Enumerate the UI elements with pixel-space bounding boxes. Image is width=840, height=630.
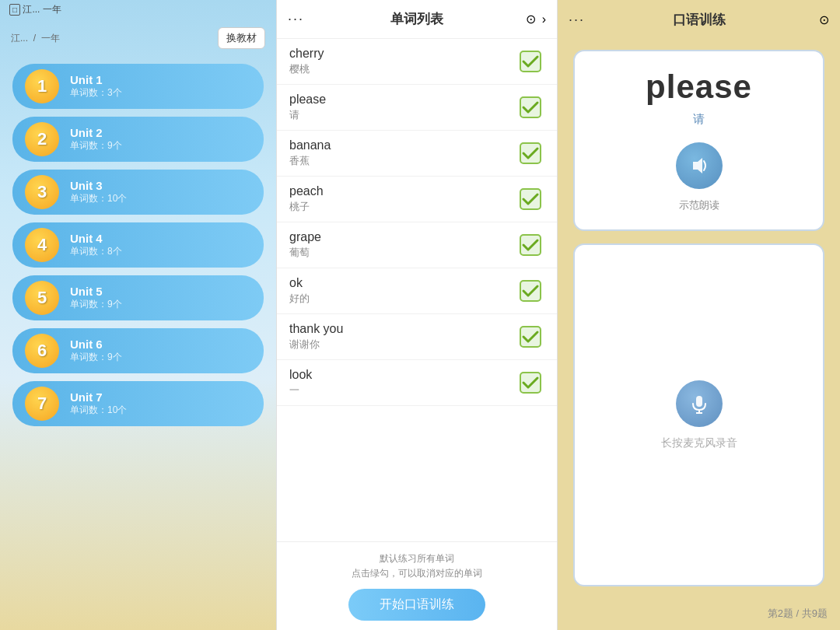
left-status-bar: □ 江... 一年 — [0, 0, 276, 19]
breadcrumb: 江... / 一年 — [11, 32, 60, 45]
unit-name-6: Unit 6 — [70, 338, 122, 351]
word-list: cherry 樱桃 please 请 banana 香蕉 — [277, 39, 557, 541]
word-zh-3: 桃子 — [289, 200, 516, 214]
svg-rect-9 — [696, 396, 702, 407]
word-zh-4: 葡萄 — [289, 246, 516, 260]
word-zh-2: 香蕉 — [289, 154, 516, 168]
check-icon-2[interactable] — [516, 139, 544, 167]
checkmark-4 — [519, 233, 542, 257]
unit-name-2: Unit 2 — [70, 126, 122, 139]
unit-item-3[interactable]: 3 Unit 3 单词数：10个 — [12, 170, 264, 215]
word-en-4: grape — [289, 230, 516, 244]
unit-count-5: 单词数：9个 — [70, 298, 122, 311]
right-header-dots: ··· — [569, 12, 585, 28]
word-zh-0: 樱桃 — [289, 62, 516, 76]
middle-header: ··· 单词列表 ⊙ › — [277, 0, 557, 39]
mic-button[interactable] — [676, 380, 723, 427]
checkmark-0 — [519, 50, 542, 73]
unit-badge-7: 7 — [25, 387, 59, 421]
middle-header-dots: ··· — [288, 11, 304, 27]
check-icon-0[interactable] — [516, 47, 544, 75]
word-row-7[interactable]: look 一 — [277, 360, 557, 406]
word-zh-7: 一 — [289, 383, 516, 397]
unit-item-1[interactable]: 1 Unit 1 单词数：3个 — [12, 64, 264, 109]
word-en-5: ok — [289, 276, 516, 290]
word-en-0: cherry — [289, 47, 516, 61]
mic-icon — [688, 393, 710, 415]
speaker-icon — [688, 155, 710, 177]
chevron-right-icon[interactable]: › — [542, 12, 546, 26]
svg-marker-8 — [693, 158, 702, 173]
checkmark-7 — [519, 371, 542, 394]
check-icon-3[interactable] — [516, 185, 544, 213]
word-en-3: peach — [289, 184, 516, 198]
unit-item-2[interactable]: 2 Unit 2 单词数：9个 — [12, 117, 264, 162]
carrier-text: □ 江... 一年 — [9, 3, 61, 16]
word-row-2[interactable]: banana 香蕉 — [277, 131, 557, 177]
check-icon-7[interactable] — [516, 369, 544, 397]
right-header: ··· 口语训练 ⊙ — [558, 0, 840, 39]
unit-name-1: Unit 1 — [70, 73, 122, 86]
right-header-icons: ⊙ — [819, 12, 829, 27]
footer-hint: 默认练习所有单词 点击绿勾，可以取消对应的单词 — [289, 551, 544, 581]
word-zh-5: 好的 — [289, 292, 516, 306]
check-icon-5[interactable] — [516, 277, 544, 305]
speaker-button[interactable] — [676, 142, 723, 189]
word-row-1[interactable]: please 请 — [277, 85, 557, 131]
word-row-5[interactable]: ok 好的 — [277, 268, 557, 314]
checkmark-3 — [519, 187, 542, 211]
word-display-card: please 请 示范朗读 — [573, 50, 824, 231]
word-row-0[interactable]: cherry 樱桃 — [277, 39, 557, 85]
read-aloud-label: 示范朗读 — [679, 198, 719, 212]
current-word-en: please — [646, 68, 752, 106]
word-en-1: please — [289, 93, 516, 107]
middle-header-right: ⊙ › — [526, 12, 546, 26]
unit-name-7: Unit 7 — [70, 390, 127, 404]
right-footer: 第2题 / 共9题 — [558, 597, 840, 630]
record-label: 长按麦克风录音 — [661, 436, 737, 450]
middle-title: 单词列表 — [390, 10, 443, 28]
unit-item-6[interactable]: 6 Unit 6 单词数：9个 — [12, 328, 264, 373]
switch-textbook-button[interactable]: 换教材 — [218, 27, 265, 49]
check-icon-4[interactable] — [516, 231, 544, 259]
left-panel: □ 江... 一年 江... / 一年 换教材 1 Unit 1 单词数：3个 … — [0, 0, 276, 630]
unit-count-2: 单词数：9个 — [70, 139, 122, 152]
left-top-bar: 江... / 一年 换教材 — [0, 19, 276, 58]
unit-item-4[interactable]: 4 Unit 4 单词数：8个 — [12, 222, 264, 268]
unit-item-5[interactable]: 5 Unit 5 单词数：9个 — [12, 275, 264, 320]
checkmark-5 — [519, 279, 542, 303]
unit-count-7: 单词数：10个 — [70, 404, 127, 417]
app-container: □ 江... 一年 江... / 一年 换教材 1 Unit 1 单词数：3个 … — [0, 0, 840, 630]
checkmark-1 — [519, 96, 542, 119]
word-en-7: look — [289, 368, 516, 382]
record-card: 长按麦克风录音 — [573, 243, 824, 586]
word-row-6[interactable]: thank you 谢谢你 — [277, 314, 557, 360]
unit-name-3: Unit 3 — [70, 179, 127, 192]
unit-name-5: Unit 5 — [70, 285, 122, 298]
word-en-6: thank you — [289, 322, 516, 336]
word-zh-6: 谢谢你 — [289, 338, 516, 352]
right-content: please 请 示范朗读 — [558, 39, 840, 597]
unit-badge-1: 1 — [25, 69, 59, 103]
right-title: 口语训练 — [673, 11, 726, 29]
word-row-4[interactable]: grape 葡萄 — [277, 222, 557, 268]
unit-badge-3: 3 — [25, 175, 59, 209]
start-training-button[interactable]: 开始口语训练 — [348, 589, 485, 621]
middle-footer: 默认练习所有单词 点击绿勾，可以取消对应的单词 开始口语训练 — [277, 541, 557, 630]
target-icon[interactable]: ⊙ — [526, 12, 536, 26]
unit-count-1: 单词数：3个 — [70, 86, 122, 100]
unit-badge-2: 2 — [25, 122, 59, 156]
check-icon-6[interactable] — [516, 323, 544, 351]
unit-count-3: 单词数：10个 — [70, 192, 127, 205]
unit-item-7[interactable]: 7 Unit 7 单词数：10个 — [12, 381, 264, 426]
target-icon-right[interactable]: ⊙ — [819, 12, 829, 27]
word-en-2: banana — [289, 138, 516, 152]
middle-panel: ··· 单词列表 ⊙ › cherry 樱桃 please 请 — [276, 0, 558, 630]
unit-badge-4: 4 — [25, 228, 59, 262]
unit-count-4: 单词数：8个 — [70, 245, 122, 258]
progress-text: 第2题 / 共9题 — [768, 607, 828, 619]
word-row-3[interactable]: peach 桃子 — [277, 177, 557, 222]
word-zh-1: 请 — [289, 108, 516, 122]
checkmark-2 — [519, 142, 542, 165]
check-icon-1[interactable] — [516, 93, 544, 121]
